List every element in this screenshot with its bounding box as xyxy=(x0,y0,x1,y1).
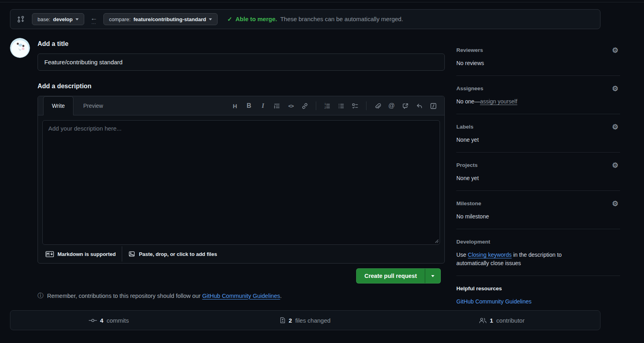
labels-title: Labels xyxy=(456,124,474,130)
user-avatar[interactable] xyxy=(10,38,30,58)
contributors-summary[interactable]: 1 contributor xyxy=(404,317,600,324)
compare-branch-value: feature/contributing-standard xyxy=(133,16,206,22)
create-pull-request-button[interactable]: Create pull request xyxy=(357,269,425,283)
editor-header: Write Preview H B I <> xyxy=(38,96,444,115)
base-branch-selector[interactable]: base: develop xyxy=(32,13,84,25)
actions-row: Create pull request xyxy=(38,268,445,284)
top-divider xyxy=(0,2,644,2)
gear-icon[interactable]: ⚙ xyxy=(612,124,618,130)
bold-icon[interactable]: B xyxy=(243,100,255,112)
sidebar-section-milestone: Milestone ⚙ No milestone xyxy=(456,191,620,229)
gear-icon[interactable]: ⚙ xyxy=(612,163,618,168)
create-pull-request-split-button: Create pull request xyxy=(356,268,441,284)
toolbar-divider xyxy=(366,101,367,110)
pr-summary-bar: 4 commits 2 files changed 1 contributor xyxy=(10,310,600,330)
contributors-label: contributor xyxy=(496,317,525,324)
assignees-value: No one—assign yourself xyxy=(456,97,620,106)
closing-keywords-link[interactable]: Closing keywords xyxy=(468,252,512,258)
paste-note-label: Paste, drop, or click to add files xyxy=(139,251,217,257)
reply-icon[interactable] xyxy=(413,100,426,112)
milestone-value: No milestone xyxy=(456,212,620,221)
markdown-note-label: Markdown is supported xyxy=(57,251,116,257)
sidebar-section-assignees: Assignees ⚙ No one—assign yourself xyxy=(456,76,620,114)
helpful-resources-title: Helpful resources xyxy=(456,286,502,291)
helpful-guidelines-link[interactable]: GitHub Community Guidelines xyxy=(456,298,531,305)
slash-command-icon[interactable] xyxy=(427,100,440,112)
labels-value: None yet xyxy=(456,136,620,144)
attach-files-area[interactable]: Paste, drop, or click to add files xyxy=(122,251,223,257)
files-changed-summary[interactable]: 2 files changed xyxy=(207,317,403,324)
merge-status-headline: Able to merge. xyxy=(236,16,277,22)
sidebar-section-development: Development Use Closing keywords in the … xyxy=(456,229,620,276)
milestone-title: Milestone xyxy=(456,200,481,206)
italic-icon[interactable]: I xyxy=(257,100,269,112)
development-prefix: Use xyxy=(456,252,468,258)
guidelines-prefix: Remember, contributions to this reposito… xyxy=(47,293,202,299)
sidebar-section-labels: Labels ⚙ None yet xyxy=(456,114,620,153)
compare-branch-selector[interactable]: compare: feature/contributing-standard xyxy=(103,13,218,25)
reviewers-value: No reviews xyxy=(456,59,620,67)
merge-status: ✓ Able to merge. These branches can be a… xyxy=(227,16,403,23)
sidebar-section-helpful-resources: Helpful resources GitHub Community Guide… xyxy=(456,276,620,314)
guidelines-text: Remember, contributions to this reposito… xyxy=(47,293,282,299)
chevron-down-icon xyxy=(209,18,212,20)
commits-summary[interactable]: 4 commits xyxy=(10,317,207,324)
base-branch-value: develop xyxy=(53,16,73,22)
gear-icon[interactable]: ⚙ xyxy=(612,48,618,53)
assign-yourself-link[interactable]: assign yourself xyxy=(480,98,517,105)
markdown-toolbar: H B I <> xyxy=(229,96,444,115)
people-icon xyxy=(479,317,487,323)
pr-title-input[interactable] xyxy=(38,54,445,71)
projects-title: Projects xyxy=(456,162,478,168)
branch-compare-bar: base: develop ← … compare: feature/contr… xyxy=(10,9,600,29)
gear-icon[interactable]: ⚙ xyxy=(612,86,618,91)
check-icon: ✓ xyxy=(227,16,232,23)
bullet-list-icon[interactable] xyxy=(335,100,347,112)
code-icon[interactable]: <> xyxy=(285,100,297,112)
chevron-down-icon xyxy=(75,18,79,20)
commits-label: commits xyxy=(107,317,129,324)
attach-file-icon[interactable] xyxy=(371,100,384,112)
tab-preview[interactable]: Preview xyxy=(73,96,113,115)
assignees-title: Assignees xyxy=(456,85,483,91)
gear-icon[interactable]: ⚙ xyxy=(612,201,618,206)
description-textarea[interactable] xyxy=(42,120,440,245)
compare-direction-arrow: ← … xyxy=(88,15,99,24)
file-diff-icon xyxy=(280,317,285,323)
toolbar-divider xyxy=(316,101,316,110)
info-icon: ⓘ xyxy=(38,292,44,299)
pr-sidebar: Reviewers ⚙ No reviews Assignees ⚙ No on… xyxy=(456,43,620,314)
development-title: Development xyxy=(456,239,490,245)
files-label: files changed xyxy=(295,317,330,324)
chevron-down-icon xyxy=(431,275,434,277)
quote-icon[interactable] xyxy=(271,100,283,112)
svg-text:2: 2 xyxy=(325,106,326,109)
cross-reference-icon[interactable] xyxy=(399,100,412,112)
image-icon xyxy=(128,251,135,257)
svg-text:1: 1 xyxy=(325,103,326,105)
compare-branch-label: compare: xyxy=(109,16,131,22)
tab-write[interactable]: Write xyxy=(43,96,73,115)
markdown-supported-note[interactable]: Markdown is supported xyxy=(40,251,122,257)
reviewers-title: Reviewers xyxy=(456,47,483,53)
guidelines-suffix: . xyxy=(280,293,282,299)
pr-form: Add a title Add a description Write Prev… xyxy=(38,38,445,299)
git-compare-icon xyxy=(17,15,25,23)
numbered-list-icon[interactable]: 1 2 xyxy=(321,100,333,112)
merge-status-detail: These branches can be automatically merg… xyxy=(280,16,403,22)
sidebar-section-projects: Projects ⚙ None yet xyxy=(456,153,620,191)
markdown-icon xyxy=(46,251,54,257)
sidebar-section-reviewers: Reviewers ⚙ No reviews xyxy=(456,43,620,76)
projects-value: None yet xyxy=(456,174,620,182)
link-icon[interactable] xyxy=(299,100,311,112)
create-options-dropdown[interactable] xyxy=(425,269,440,283)
contributors-count: 1 xyxy=(490,317,493,324)
editor-footer: Markdown is supported Paste, drop, or cl… xyxy=(38,245,444,263)
community-guidelines-link[interactable]: GitHub Community Guidelines xyxy=(202,293,280,299)
mention-icon[interactable]: @ xyxy=(385,100,398,112)
files-count: 2 xyxy=(289,317,292,324)
description-editor: Write Preview H B I <> xyxy=(38,96,445,264)
task-list-icon[interactable] xyxy=(349,100,361,112)
heading-icon[interactable]: H xyxy=(229,100,241,112)
resize-grip-icon[interactable] xyxy=(434,238,439,243)
